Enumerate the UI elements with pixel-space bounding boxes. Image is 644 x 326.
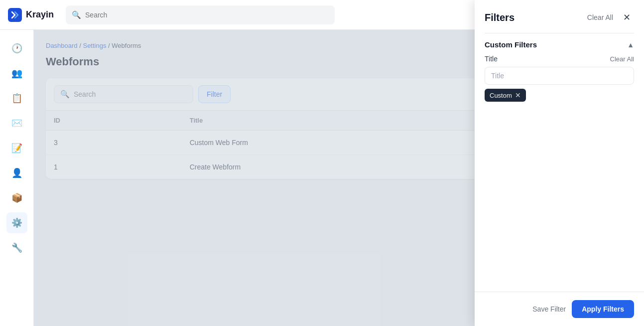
filter-tag-custom: Custom ✕ <box>485 89 526 102</box>
contacts-icon: 👥 <box>11 68 22 79</box>
sidebar-item-webforms[interactable]: ⚙️ <box>6 212 27 233</box>
filter-clear-all-button[interactable]: Clear All <box>587 13 613 21</box>
save-filter-button[interactable]: Save Filter <box>532 305 566 313</box>
products-icon: 📦 <box>11 192 22 203</box>
activity-icon: 🕐 <box>11 43 22 54</box>
filter-panel-header: Filters Clear All ✕ <box>475 0 644 33</box>
global-search-input[interactable] <box>85 11 329 19</box>
app-name: Krayin <box>26 9 54 20</box>
filter-footer: Save Filter Apply Filters <box>475 292 644 326</box>
sidebar-item-persons[interactable]: 👤 <box>6 163 27 183</box>
field-clear-button[interactable]: Clear All <box>610 55 634 63</box>
persons-icon: 👤 <box>11 167 22 178</box>
sidebar-item-contacts[interactable]: 👥 <box>6 63 27 84</box>
sidebar-item-products[interactable]: 📦 <box>6 187 27 208</box>
sidebar-item-mail[interactable]: ✉️ <box>6 113 27 134</box>
filter-section-header[interactable]: Custom Filters ▲ <box>485 33 634 55</box>
sidebar-item-activity[interactable]: 🕐 <box>6 38 27 59</box>
filter-title-input[interactable] <box>485 67 634 85</box>
filter-title-field: Title Clear All Custom ✕ <box>485 55 634 102</box>
filter-tag-label: Custom <box>490 92 512 99</box>
sidebar-item-tasks[interactable]: 📋 <box>6 88 27 109</box>
filter-field-header: Title Clear All <box>485 55 634 63</box>
mail-icon: ✉️ <box>11 118 22 129</box>
notes-icon: 📝 <box>11 143 22 154</box>
settings-icon: 🔧 <box>11 242 22 253</box>
filter-title-label: Title <box>485 55 498 63</box>
apply-filters-button[interactable]: Apply Filters <box>572 300 634 318</box>
tasks-icon: 📋 <box>11 93 22 104</box>
webforms-icon: ⚙️ <box>11 217 22 228</box>
sidebar-item-notes[interactable]: 📝 <box>6 138 27 159</box>
global-search-bar: 🔍 <box>66 5 335 24</box>
filter-body: Custom Filters ▲ Title Clear All Custom … <box>475 33 644 292</box>
filter-header-actions: Clear All ✕ <box>587 10 634 25</box>
sidebar-item-settings[interactable]: 🔧 <box>6 237 27 258</box>
filter-tags-list: Custom ✕ <box>485 89 634 102</box>
sidebar: 🕐 👥 📋 ✉️ 📝 👤 📦 ⚙️ 🔧 <box>0 30 34 326</box>
filter-panel-title: Filters <box>485 12 515 23</box>
search-icon: 🔍 <box>72 10 81 19</box>
logo: Krayin <box>8 8 54 22</box>
logo-icon <box>8 8 22 22</box>
filter-panel: Filters Clear All ✕ Custom Filters ▲ Tit… <box>475 0 644 326</box>
filter-section-title: Custom Filters <box>485 40 537 49</box>
filter-tag-remove-button[interactable]: ✕ <box>515 91 521 99</box>
filter-close-button[interactable]: ✕ <box>619 10 634 25</box>
chevron-up-icon: ▲ <box>627 41 634 49</box>
